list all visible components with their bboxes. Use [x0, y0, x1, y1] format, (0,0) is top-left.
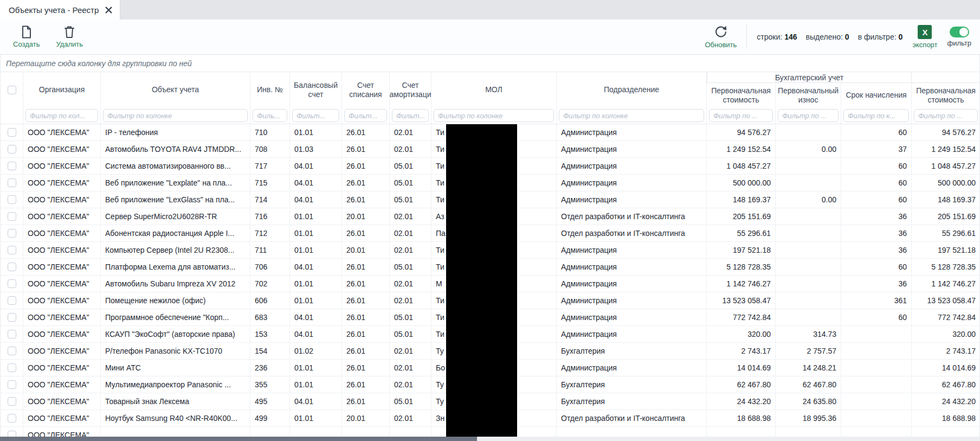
- filter-input-inv[interactable]: [253, 109, 287, 122]
- select-all-checkbox[interactable]: [8, 86, 16, 94]
- cell-inv: 714: [250, 191, 290, 208]
- column-header-depreciation-account[interactable]: Счет амортизаци: [390, 72, 431, 124]
- cell-inv: 711: [250, 242, 290, 258]
- toolbar: Создать Удалить: [0, 20, 980, 55]
- cell-initial-cost: 197 521.18: [707, 242, 776, 258]
- cell-initial-cost-2: 1 249 152.54: [912, 141, 980, 157]
- cell-inv: 710: [250, 124, 290, 140]
- row-checkbox[interactable]: [8, 313, 16, 322]
- cell-org: ООО "ЛЕКСЕМА": [23, 124, 101, 140]
- filtered-counter: в фильтре:0: [858, 33, 903, 41]
- filter-input-initial-cost-2[interactable]: [914, 109, 978, 122]
- filter-input-mol[interactable]: [434, 109, 554, 122]
- cell-initial-cost: 500 000.00: [707, 175, 776, 191]
- create-button[interactable]: Создать: [13, 25, 40, 48]
- filter-input-department[interactable]: [559, 109, 704, 122]
- cell-inv: 495: [250, 393, 290, 410]
- cell-depreciation-account: 02.01: [390, 124, 431, 140]
- cell-initial-cost: 1 249 152.54: [707, 141, 776, 157]
- row-checkbox[interactable]: [8, 229, 16, 238]
- cell-depreciation-account: 05.01: [390, 191, 431, 208]
- row-checkbox[interactable]: [8, 347, 16, 355]
- row-checkbox[interactable]: [8, 397, 16, 406]
- filter-input-object[interactable]: [103, 109, 248, 122]
- cell-balance-account: 04.01: [290, 309, 342, 325]
- cell-department: Бухгалтерия: [557, 343, 707, 359]
- cell-department: Отдел разработки и IT-консалтинга: [557, 225, 707, 241]
- row-checkbox[interactable]: [8, 263, 16, 271]
- column-header-object[interactable]: Объект учета: [101, 72, 250, 124]
- cell-department: Отдел разработки и IT-консалтинга: [557, 410, 707, 426]
- row-checkbox[interactable]: [8, 330, 16, 338]
- row-checkbox[interactable]: [8, 414, 16, 423]
- row-checkbox[interactable]: [8, 431, 16, 437]
- row-checkbox[interactable]: [8, 212, 16, 221]
- column-header-balance-account[interactable]: Балансовый счет: [290, 72, 342, 124]
- horizontal-scrollbar[interactable]: [0, 437, 980, 441]
- filter-input-depreciation-account[interactable]: [392, 109, 429, 122]
- delete-button[interactable]: Удалить: [56, 25, 83, 48]
- column-label-initial-cost: Первоначальная стоимость: [707, 83, 775, 107]
- cell-object: Веб приложение "Lexplate" на пла...: [101, 175, 250, 191]
- tab-objects-registry[interactable]: Объекты учета - Реестр: [0, 0, 120, 20]
- row-checkbox[interactable]: [8, 145, 16, 154]
- cell-writeoff-account: 26.01: [342, 141, 390, 157]
- row-checkbox[interactable]: [8, 279, 16, 288]
- toolbar-separator: [746, 25, 747, 49]
- redaction-overlay: [446, 124, 517, 437]
- cell-depreciation-account: 05.01: [390, 326, 431, 342]
- cell-initial-cost-2: 205 151.69: [912, 208, 980, 225]
- column-header-department[interactable]: Подразделение: [557, 72, 707, 124]
- column-header-inv[interactable]: Инв. №: [250, 72, 290, 124]
- cell-org: ООО "ЛЕКСЕМА": [23, 343, 101, 359]
- column-header-writeoff-account[interactable]: Счет списания: [342, 72, 390, 124]
- filter-input-initial-cost[interactable]: [709, 109, 773, 122]
- row-checkbox[interactable]: [8, 296, 16, 305]
- cell-inv: 717: [250, 158, 290, 174]
- row-checkbox-cell: [1, 393, 23, 410]
- cell-depreciation-account: 02.01: [390, 376, 431, 393]
- refresh-icon: [714, 25, 728, 39]
- filter-input-writeoff-account[interactable]: [344, 109, 387, 122]
- column-label-department: Подразделение: [557, 72, 706, 107]
- cell-writeoff-account: 26.01: [342, 326, 390, 342]
- cell-org: ООО "ЛЕКСЕМА": [23, 208, 101, 225]
- filter-input-initial-wear[interactable]: [778, 109, 839, 122]
- row-checkbox[interactable]: [8, 128, 16, 137]
- refresh-button[interactable]: Обновить: [705, 25, 737, 49]
- column-header-initial-cost-2[interactable]: Первоначальная стоимость: [912, 72, 980, 124]
- cell-initial-wear: [776, 124, 841, 140]
- cell-inv: 716: [250, 208, 290, 225]
- cell-org: ООО "ЛЕКСЕМА": [23, 393, 101, 410]
- cell-inv: 712: [250, 225, 290, 241]
- column-header-checkbox[interactable]: [1, 72, 23, 124]
- column-header-mol[interactable]: МОЛ: [431, 72, 557, 124]
- cell-writeoff-account: 26.01: [342, 191, 390, 208]
- row-checkbox[interactable]: [8, 380, 16, 389]
- trash-icon: [63, 25, 75, 39]
- cell-initial-cost: 94 576.27: [707, 124, 776, 140]
- row-checkbox[interactable]: [8, 246, 16, 254]
- row-checkbox-cell: [1, 175, 23, 191]
- filter-input-org[interactable]: [25, 109, 98, 122]
- cell-balance-account: 01.01: [290, 376, 342, 393]
- tab-close-icon[interactable]: [105, 7, 112, 14]
- horizontal-scrollbar-thumb[interactable]: [0, 437, 477, 441]
- row-checkbox[interactable]: [8, 162, 16, 170]
- filter-toggle[interactable]: [950, 27, 969, 37]
- cell-inv: 606: [250, 292, 290, 309]
- filter-input-accrual-term[interactable]: [843, 109, 909, 122]
- filter-input-balance-account[interactable]: [292, 109, 339, 122]
- cell-balance-account: 01.01: [290, 292, 342, 309]
- new-document-icon: [21, 25, 33, 39]
- cell-department: Администрация: [557, 292, 707, 309]
- row-checkbox[interactable]: [8, 363, 16, 372]
- cell-writeoff-account: 20.01: [342, 242, 390, 258]
- export-button[interactable]: X экспорт: [912, 25, 937, 49]
- row-checkbox[interactable]: [8, 178, 16, 187]
- cell-balance-account: 04.01: [290, 259, 342, 275]
- column-header-org[interactable]: Организация: [23, 72, 101, 124]
- row-checkbox[interactable]: [8, 195, 16, 204]
- group-by-drop-zone[interactable]: Перетащите сюда колонку для группировки …: [0, 55, 980, 72]
- cell-object: [101, 427, 250, 437]
